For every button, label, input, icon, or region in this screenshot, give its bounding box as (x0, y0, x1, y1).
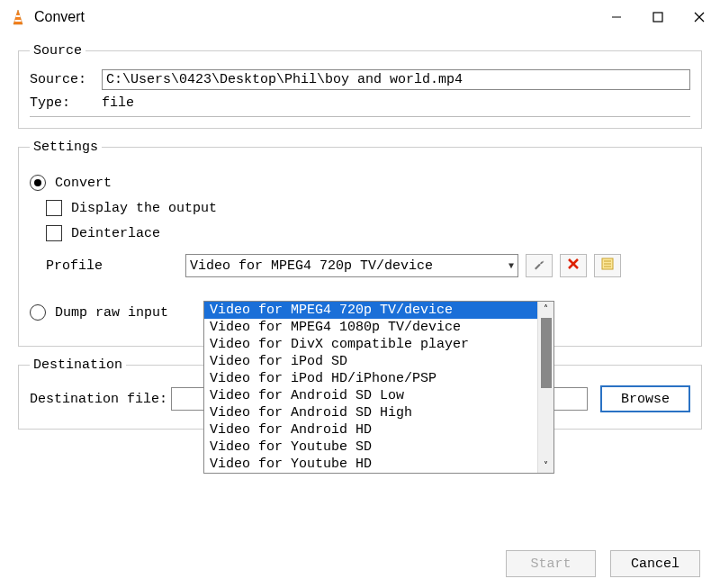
scroll-up-icon[interactable]: ˄ (544, 302, 548, 316)
edit-profile-button[interactable] (526, 254, 553, 277)
profile-option[interactable]: Video for Android SD High (204, 404, 537, 421)
svg-rect-4 (653, 13, 662, 22)
start-button[interactable]: Start (506, 550, 596, 577)
profile-select[interactable]: Video for MPEG4 720p TV/device ▼ (185, 254, 518, 277)
source-input[interactable] (102, 69, 690, 90)
profile-label: Profile (46, 258, 185, 274)
convert-radio[interactable] (30, 175, 46, 191)
maximize-button[interactable] (637, 0, 679, 34)
scroll-down-icon[interactable]: ˅ (544, 458, 548, 473)
display-output-checkbox[interactable] (46, 200, 62, 216)
type-value: file (102, 95, 134, 111)
source-legend: Source (30, 43, 86, 59)
chevron-down-icon: ▼ (508, 261, 514, 271)
window-controls (596, 0, 720, 34)
close-button[interactable] (679, 0, 720, 34)
browse-button[interactable]: Browse (600, 385, 690, 412)
titlebar: Convert (0, 0, 720, 34)
deinterlace-checkbox[interactable] (46, 225, 62, 241)
profile-option[interactable]: Video for MPEG4 1080p TV/device (204, 319, 537, 336)
source-separator (30, 116, 690, 117)
vlc-icon (9, 8, 27, 26)
svg-rect-1 (16, 15, 21, 17)
profile-option[interactable]: Video for MPEG4 720p TV/device (204, 302, 537, 319)
profile-option[interactable]: Video for iPod SD (204, 353, 537, 370)
minimize-button[interactable] (596, 0, 637, 34)
new-profile-icon (600, 257, 615, 276)
profile-option[interactable]: Video for Android SD Low (204, 387, 537, 404)
profile-dropdown-list: Video for MPEG4 720p TV/device Video for… (204, 302, 537, 473)
dump-raw-radio[interactable] (30, 304, 46, 321)
source-label: Source: (30, 72, 102, 87)
cancel-button[interactable]: Cancel (610, 550, 700, 577)
delete-icon (567, 258, 580, 275)
dump-raw-label: Dump raw input (55, 305, 168, 321)
convert-radio-label: Convert (55, 176, 112, 191)
profile-option[interactable]: Video for Youtube HD (204, 456, 537, 473)
profile-selected-text: Video for MPEG4 720p TV/device (190, 258, 433, 274)
delete-profile-button[interactable] (560, 254, 587, 277)
profile-option[interactable]: Video for Android HD (204, 421, 537, 439)
destination-legend: Destination (30, 357, 126, 373)
svg-rect-2 (15, 20, 22, 22)
wrench-icon (532, 257, 546, 276)
new-profile-button[interactable] (594, 254, 621, 277)
dialog-content: Source Source: Type: file Settings Conve… (0, 34, 720, 449)
dropdown-scrollbar[interactable]: ˄ ˅ (537, 302, 554, 473)
scroll-thumb[interactable] (541, 318, 552, 388)
deinterlace-label: Deinterlace (71, 226, 160, 241)
display-output-label: Display the output (71, 201, 217, 216)
profile-option[interactable]: Video for iPod HD/iPhone/PSP (204, 370, 537, 387)
dialog-buttons: Start Cancel (506, 550, 700, 577)
profile-option[interactable]: Video for Youtube SD (204, 439, 537, 456)
settings-legend: Settings (30, 140, 102, 155)
profile-dropdown: Video for MPEG4 720p TV/device Video for… (203, 301, 554, 474)
type-label: Type: (30, 95, 102, 111)
convert-dialog: Convert Source Source: Type: file Settin… (0, 0, 720, 588)
destination-file-label: Destination file: (30, 392, 167, 407)
source-group: Source Source: Type: file (18, 43, 702, 129)
profile-option[interactable]: Video for DivX compatible player (204, 336, 537, 353)
window-title: Convert (34, 9, 85, 25)
